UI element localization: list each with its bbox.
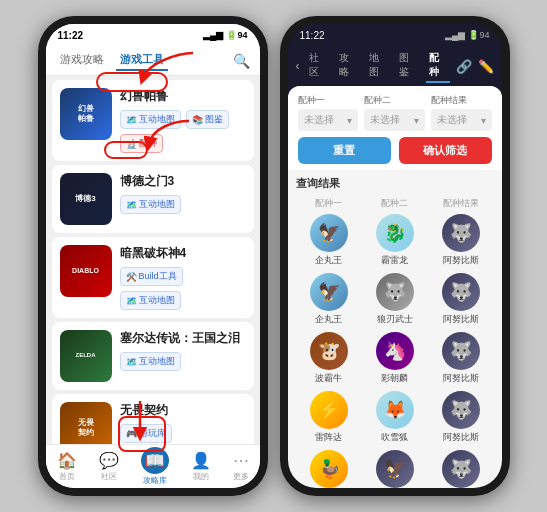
result-cell-1-0: 🦅 企丸王 (296, 273, 362, 326)
avatar-0-2: 🐺 (442, 214, 480, 252)
avatar-1-2: 🐺 (442, 273, 480, 311)
breed-placeholder-1: 未选择 (304, 113, 334, 127)
cover-label-1: 博德3 (75, 194, 95, 204)
bnav-more-label: 更多 (233, 471, 249, 482)
result-name-0-0: 企丸王 (315, 254, 342, 267)
game-cover-1: 博德3 (60, 173, 112, 225)
result-cell-2-0: 🐮 波霸牛 (296, 332, 362, 385)
cover-label-2: DIABLO (72, 267, 99, 275)
breed-val-result[interactable]: 未选择 ▾ (431, 109, 492, 131)
result-row-1: 🦅 企丸王 🐺 狼刃武士 🐺 阿努比斯 (296, 273, 494, 326)
result-name-0-2: 阿努比斯 (443, 254, 479, 267)
status-icons-1: ▂▄▆ 🔋94 (203, 30, 247, 40)
breed-placeholder-2: 未选择 (370, 113, 400, 127)
home-icon: 🏠 (57, 451, 77, 470)
result-name-0-1: 霸雷龙 (381, 254, 408, 267)
phone-2-screen: 11:22 ▂▄▆ 🔋94 ‹ 社区 攻略 地图 图鉴 配种 🔗 (288, 24, 502, 488)
result-cell-4-0: 🦆 雷阵达 (296, 450, 362, 488)
phone-2-shell: 11:22 ▂▄▆ 🔋94 ‹ 社区 攻略 地图 图鉴 配种 🔗 (280, 16, 510, 496)
game-tags-2: ⚒️ Build工具 🗺️ 互动地图 (120, 267, 246, 310)
status-icons-2: ▂▄▆ 🔋94 (445, 30, 489, 40)
result-cell-3-2: 🐺 阿努比斯 (428, 391, 494, 444)
game-title-2: 暗黑破坏神4 (120, 245, 246, 262)
nav-tabs-1: 游戏攻略 游戏工具 (56, 50, 227, 71)
edit-icon-2[interactable]: ✏️ (478, 59, 494, 74)
game-item-1: 博德3 博德之门3 🗺️ 互动地图 (52, 165, 254, 233)
reset-button[interactable]: 重置 (298, 137, 391, 164)
col-header-1: 配种一 (296, 197, 362, 210)
tag-build-2[interactable]: ⚒️ Build工具 (120, 267, 183, 286)
result-name-2-0: 波霸牛 (315, 372, 342, 385)
avatar-4-0: 🦆 (310, 450, 348, 488)
annotation-arrow-tag (144, 116, 194, 151)
result-row-4: 🦆 雷阵达 🦅 黑天术 🐺 阿努比斯 (296, 450, 494, 488)
confirm-button[interactable]: 确认筛选 (399, 137, 492, 164)
breed-buttons: 重置 确认筛选 (298, 137, 492, 164)
p2-tab-pokedex[interactable]: 图鉴 (396, 49, 420, 83)
bnav-profile[interactable]: 👤 我的 (191, 451, 211, 482)
result-name-1-2: 阿努比斯 (443, 313, 479, 326)
result-cell-1-1: 🐺 狼刃武士 (362, 273, 428, 326)
nav-bar-1: 游戏攻略 游戏工具 🔍 (46, 46, 260, 76)
game-title-0: 幻兽帕鲁 (120, 88, 246, 105)
result-cell-2-1: 🦄 彩朝麟 (362, 332, 428, 385)
game-item-2: DIABLO 暗黑破坏神4 ⚒️ Build工具 🗺️ 互动地图 (52, 237, 254, 318)
avatar-2-2: 🐺 (442, 332, 480, 370)
back-icon-2[interactable]: ‹ (296, 59, 300, 73)
col-header-3: 配种结果 (428, 197, 494, 210)
avatar-0-0: 🦅 (310, 214, 348, 252)
time-1: 11:22 (58, 30, 84, 41)
tag-map-3[interactable]: 🗺️ 互动地图 (120, 352, 181, 371)
avatar-4-1: 🦅 (376, 450, 414, 488)
result-section: 查询结果 配种一 配种二 配种结果 🦅 企丸王 🐉 (288, 170, 502, 488)
result-name-1-0: 企丸王 (315, 313, 342, 326)
p2-tab-map[interactable]: 地图 (366, 49, 390, 83)
bnav-guide[interactable]: 📖 攻略库 (141, 447, 169, 486)
avatar-1-0: 🦅 (310, 273, 348, 311)
bnav-home[interactable]: 🏠 首页 (57, 451, 77, 482)
phone-1: 11:22 ▂▄▆ 🔋94 游戏攻略 游戏工具 🔍 幻兽 (38, 16, 268, 496)
avatar-2-1: 🦄 (376, 332, 414, 370)
p2-tab-breed[interactable]: 配种 (426, 49, 450, 83)
bnav-community[interactable]: 💬 社区 (99, 451, 119, 482)
breed-label-1: 配种一 (298, 94, 359, 107)
tab-guide[interactable]: 游戏攻略 (56, 50, 108, 71)
avatar-3-0: ⚡ (310, 391, 348, 429)
game-info-2: 暗黑破坏神4 ⚒️ Build工具 🗺️ 互动地图 (120, 245, 246, 310)
tab-tools[interactable]: 游戏工具 (116, 50, 168, 71)
search-icon[interactable]: 🔍 (233, 53, 250, 69)
tag-map-2[interactable]: 🗺️ 互动地图 (120, 291, 181, 310)
breed-val-2[interactable]: 未选择 ▾ (364, 109, 425, 131)
battery-1: 🔋94 (226, 30, 247, 40)
avatar-4-2: 🐺 (442, 450, 480, 488)
game-cover-3: ZELDA (60, 330, 112, 382)
guide-icon: 📖 (141, 447, 169, 474)
game-tags-3: 🗺️ 互动地图 (120, 352, 246, 371)
p2-tab-community[interactable]: 社区 (306, 49, 330, 83)
breed-placeholder-result: 未选择 (437, 113, 467, 127)
result-name-3-2: 阿努比斯 (443, 431, 479, 444)
result-row-2: 🐮 波霸牛 🦄 彩朝麟 🐺 阿努比斯 (296, 332, 494, 385)
breed-content: 配种一 未选择 ▾ 配种二 未选择 ▾ (288, 86, 502, 488)
result-cell-2-2: 🐺 阿努比斯 (428, 332, 494, 385)
game-item-3: ZELDA 塞尔达传说：王国之泪 🗺️ 互动地图 (52, 322, 254, 390)
bnav-more[interactable]: ⋯ 更多 (233, 451, 249, 482)
p2-tab-guide[interactable]: 攻略 (336, 49, 360, 83)
tag-map-1[interactable]: 🗺️ 互动地图 (120, 195, 181, 214)
game-cover-0: 幻兽帕鲁 (60, 88, 112, 140)
p2-nav-tabs: 社区 攻略 地图 图鉴 配种 (306, 49, 450, 83)
share-icon-2[interactable]: 🔗 (456, 59, 472, 74)
cover-label-4: 无畏契约 (78, 418, 94, 437)
signal-2: ▂▄▆ (445, 30, 465, 40)
result-row-0: 🦅 企丸王 🐉 霸雷龙 🐺 阿努比斯 (296, 214, 494, 267)
phone-2: 11:22 ▂▄▆ 🔋94 ‹ 社区 攻略 地图 图鉴 配种 🔗 (280, 16, 510, 496)
status-bar-1: 11:22 ▂▄▆ 🔋94 (46, 24, 260, 46)
result-name-1-1: 狼刃武士 (377, 313, 413, 326)
bottom-nav-1: 🏠 首页 💬 社区 📖 攻略库 👤 我的 ⋯ 更多 (46, 444, 260, 488)
chevron-down-icon-2: ▾ (414, 115, 419, 126)
breed-label-result: 配种结果 (431, 94, 492, 107)
status-bar-2: 11:22 ▂▄▆ 🔋94 (288, 24, 502, 46)
annotation-arrow-bottom (120, 396, 160, 446)
bnav-community-label: 社区 (101, 471, 117, 482)
breed-val-1[interactable]: 未选择 ▾ (298, 109, 359, 131)
